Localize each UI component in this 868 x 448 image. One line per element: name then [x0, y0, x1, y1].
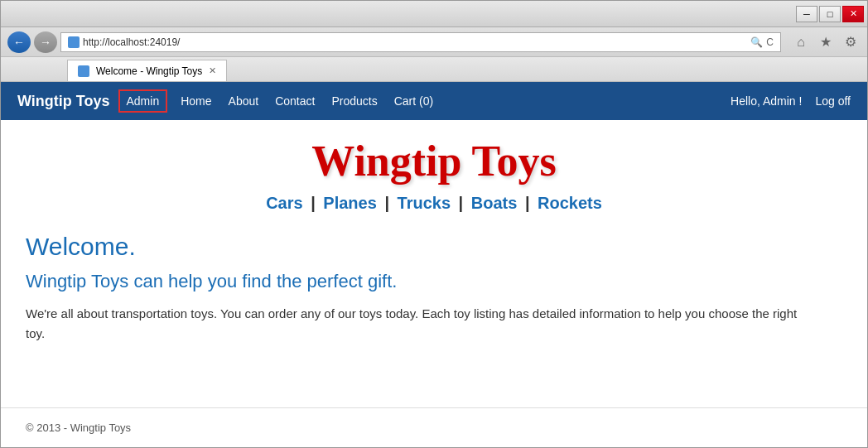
welcome-body-text: We're all about transportation toys. You… [26, 304, 804, 344]
separator-1: | [306, 194, 316, 212]
forward-button[interactable]: → [34, 31, 57, 53]
minimize-button[interactable]: ─ [796, 6, 817, 22]
tab-bar: Welcome - Wingtip Toys ✕ [1, 57, 867, 82]
nav-admin-link[interactable]: Admin [118, 89, 168, 113]
close-button[interactable]: ✕ [842, 6, 864, 22]
footer-copyright: © 2013 - Wingtip Toys [26, 422, 131, 434]
separator-3: | [454, 194, 463, 212]
category-rockets-link[interactable]: Rockets [538, 194, 602, 212]
nav-cart-link[interactable]: Cart (0) [386, 91, 441, 111]
url-bar[interactable]: http://localhost:24019/ 🔍 C [60, 32, 781, 52]
favorites-icon[interactable]: ★ [816, 32, 836, 52]
tab-title: Welcome - Wingtip Toys [96, 65, 202, 77]
maximize-button[interactable]: □ [819, 6, 841, 22]
nav-contact-link[interactable]: Contact [267, 91, 323, 111]
search-icon[interactable]: 🔍 [750, 36, 763, 48]
nav-brand[interactable]: Wingtip Toys [17, 93, 110, 110]
nav-bar: Wingtip Toys Admin Home About Contact Pr… [1, 82, 867, 120]
welcome-heading: Welcome. [26, 233, 842, 261]
settings-icon[interactable]: ⚙ [841, 32, 861, 52]
page-content: Wingtip Toys Admin Home About Contact Pr… [1, 82, 867, 447]
title-bar: ─ □ ✕ [1, 1, 867, 27]
category-trucks-link[interactable]: Trucks [398, 194, 451, 212]
nav-home-link[interactable]: Home [172, 91, 219, 111]
refresh-icon[interactable]: C [766, 36, 774, 48]
browser-window: ─ □ ✕ ← → http://localhost:24019/ 🔍 C ⌂ … [0, 0, 868, 448]
welcome-subheading: Wingtip Toys can help you find the perfe… [26, 271, 842, 292]
url-text: http://localhost:24019/ [83, 36, 747, 48]
logoff-link[interactable]: Log off [815, 94, 851, 108]
category-links: Cars | Planes | Trucks | Boats | Rockets [26, 194, 842, 213]
browser-toolbar: ⌂ ★ ⚙ [791, 32, 861, 52]
category-boats-link[interactable]: Boats [471, 194, 518, 212]
main-content: Wingtip Toys Cars | Planes | Trucks | Bo… [1, 120, 867, 407]
site-title: Wingtip Toys [26, 137, 842, 185]
browser-tab[interactable]: Welcome - Wingtip Toys ✕ [67, 60, 227, 81]
category-planes-link[interactable]: Planes [323, 194, 376, 212]
title-bar-controls: ─ □ ✕ [796, 6, 864, 22]
home-icon[interactable]: ⌂ [791, 32, 811, 52]
footer: © 2013 - Wingtip Toys [1, 407, 867, 447]
separator-2: | [380, 194, 389, 212]
tab-favicon [78, 65, 89, 77]
url-favicon [68, 36, 80, 48]
nav-products-link[interactable]: Products [323, 91, 385, 111]
tab-close-button[interactable]: ✕ [209, 65, 216, 76]
hello-text: Hello, Admin ! [731, 94, 802, 108]
separator-4: | [520, 194, 529, 212]
category-cars-link[interactable]: Cars [266, 194, 302, 212]
nav-about-link[interactable]: About [220, 91, 268, 111]
back-button[interactable]: ← [7, 31, 31, 53]
nav-right: Hello, Admin ! Log off [731, 94, 851, 108]
address-bar: ← → http://localhost:24019/ 🔍 C ⌂ ★ ⚙ [1, 27, 867, 57]
